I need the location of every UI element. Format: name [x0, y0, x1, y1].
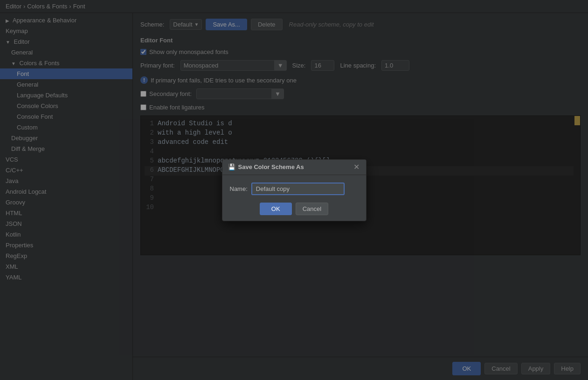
app-container: Editor › Colors & Fonts › Font ▶ Appeara… [0, 0, 588, 380]
modal-name-label: Name: [230, 185, 248, 192]
modal-close-button[interactable]: ✕ [353, 163, 360, 171]
modal-ok-button[interactable]: OK [260, 203, 292, 215]
save-scheme-dialog: 💾 Save Color Scheme As ✕ Name: OK Cancel [222, 159, 367, 221]
modal-icon: 💾 [228, 163, 235, 171]
modal-overlay: 💾 Save Color Scheme As ✕ Name: OK Cancel [0, 0, 588, 380]
modal-buttons: OK Cancel [230, 203, 359, 215]
modal-name-row: Name: [230, 183, 359, 195]
modal-cancel-button[interactable]: Cancel [296, 203, 328, 215]
modal-titlebar: 💾 Save Color Scheme As ✕ [222, 160, 366, 175]
modal-title: Save Color Scheme As [238, 163, 350, 170]
modal-name-input[interactable] [251, 183, 345, 195]
modal-body: Name: OK Cancel [222, 175, 366, 221]
